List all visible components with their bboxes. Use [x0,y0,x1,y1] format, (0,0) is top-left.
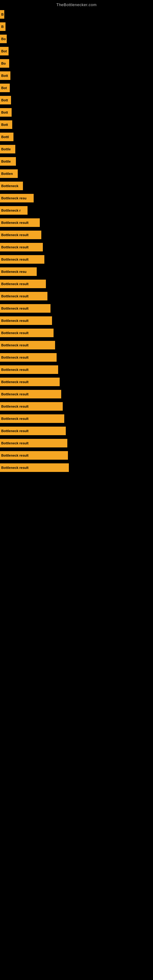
bar-row: Bottleneck result [0,278,153,290]
bar-row: Bottleneck result [0,253,153,266]
bar-item: Bottleneck [0,181,23,190]
bar-label: Bottleneck result [1,233,29,237]
bar-item: Bottleneck result [0,439,67,447]
bar-label: Bott [1,98,8,102]
bar-item: B [0,10,4,19]
bar-row: Bo [0,57,153,70]
bar-row: Bottleneck result [0,302,153,315]
site-title: TheBottlenecker.com [0,0,153,8]
bar-item: Bott [0,96,11,105]
bar-row: Bottleneck r [0,204,153,216]
bar-item: Bottleneck resu [0,267,37,276]
bar-label: Bottleneck result [1,453,29,457]
bar-label: Bottleneck result [1,466,29,469]
bar-item: Bot [0,84,10,92]
bar-row: Bott [0,70,153,82]
bar-item: Bottleneck result [0,304,51,313]
bar-label: Bottleneck r [1,208,21,212]
bar-label: Bott [1,111,8,114]
bar-item: Bottlen [0,169,18,178]
bar-label: Bottleneck resu [1,270,27,274]
bar-row: Bottleneck result [0,388,153,400]
bar-row: Bottle [0,155,153,167]
bar-row: Bott [0,119,153,131]
bar-item: Bot [0,47,9,56]
bar-item: Bottleneck result [0,463,69,472]
bar-label: Bottleneck result [1,380,29,384]
bar-item: Bottleneck result [0,317,52,325]
bar-item: Bott [0,120,12,129]
bar-row: Bottleneck result [0,315,153,327]
bar-row: Bott [0,106,153,119]
bar-row: Bott [0,94,153,106]
bar-item: Bottleneck result [0,280,46,288]
bars-container: BBBoBotBoBottBotBottBottBottBottlBottleB… [0,8,153,474]
bar-item: Bottleneck result [0,255,45,264]
bar-row: Bottleneck result [0,351,153,364]
bar-label: Bottleneck result [1,307,29,310]
bar-row: Bottleneck [0,180,153,192]
bar-label: Bottleneck result [1,392,29,396]
bar-row: B [0,8,153,21]
bar-item: Bottleneck result [0,402,63,411]
bar-label: Bottleneck result [1,404,29,408]
bar-label: Bottle [1,147,11,151]
bar-label: Bottleneck [1,184,18,188]
bar-row: Bottleneck result [0,461,153,474]
bar-label: Bottleneck resu [1,196,27,200]
bar-item: Bottleneck result [0,414,64,423]
bar-row: Bottleneck result [0,364,153,376]
bar-item: Bo [0,35,7,43]
bar-row: Bottleneck result [0,400,153,412]
bar-item: Bottleneck result [0,365,58,374]
bar-item: Bottleneck r [0,206,27,215]
bar-row: Bottleneck result [0,290,153,302]
bar-item: Bo [0,59,9,68]
bar-item: Bottl [0,133,13,141]
bar-row: Bottleneck result [0,376,153,388]
bar-row: B [0,21,153,33]
bar-row: Bottleneck result [0,241,153,253]
bar-item: Bottleneck result [0,329,54,337]
bar-row: Bot [0,45,153,57]
bar-item: B [0,22,5,31]
bar-label: Bottleneck result [1,221,29,224]
bar-label: Bottleneck result [1,417,29,420]
bar-row: Bottle [0,143,153,155]
bar-label: Bottleneck result [1,441,29,445]
bar-item: Bottle [0,145,15,153]
bar-row: Bot [0,82,153,94]
bar-row: Bottlen [0,167,153,180]
bar-label: Bottlen [1,172,13,175]
bar-item: Bottleneck resu [0,194,33,202]
bar-label: Bottle [1,159,11,163]
bar-item: Bottleneck result [0,243,43,251]
bar-label: Bot [1,86,7,90]
bar-item: Bottleneck result [0,426,66,435]
bar-item: Bottleneck result [0,378,60,386]
bar-label: Bottleneck result [1,245,29,249]
bar-label: Bottleneck result [1,258,29,261]
bar-item: Bott [0,72,10,80]
bar-label: Bottleneck result [1,294,29,298]
bar-row: Bottleneck result [0,449,153,461]
bar-row: Bottl [0,131,153,143]
bar-item: Bottleneck result [0,292,48,301]
bar-item: Bottleneck result [0,218,40,227]
bar-row: Bottleneck result [0,425,153,437]
bar-label: Bottleneck result [1,319,29,323]
bar-row: Bottleneck result [0,412,153,425]
bar-item: Bottleneck result [0,341,55,350]
bar-item: Bottleneck result [0,451,68,460]
bar-label: Bottleneck result [1,429,29,433]
bar-label: Bott [1,74,8,78]
bar-row: Bottleneck result [0,216,153,229]
bar-row: Bottleneck resu [0,266,153,278]
bar-row: Bottleneck result [0,327,153,339]
bar-item: Bott [0,108,12,117]
bar-label: Bo [1,37,6,41]
bar-label: Bot [1,49,7,53]
bar-label: Bottleneck result [1,331,29,335]
bar-label: B [1,13,4,16]
bar-row: Bottleneck result [0,229,153,241]
